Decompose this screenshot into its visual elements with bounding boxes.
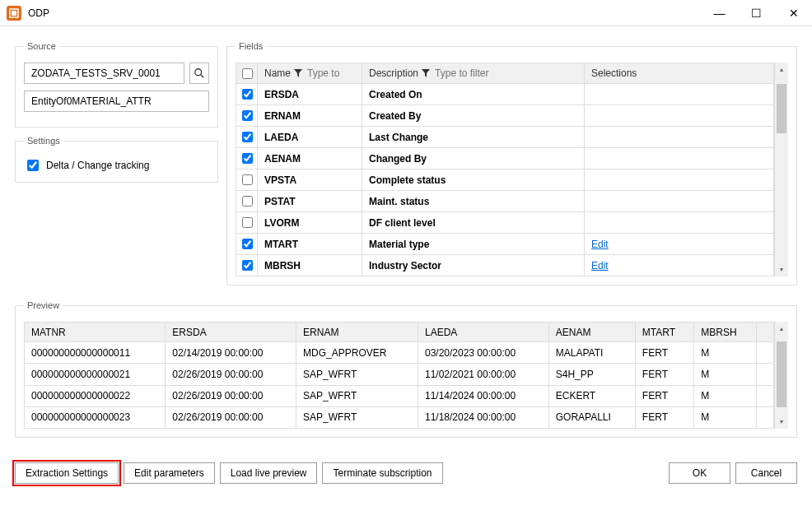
preview-cell: GORAPALLI	[548, 406, 635, 428]
preview-cell: 03/20/2023 00:00:00	[418, 342, 548, 364]
name-filter-input[interactable]	[306, 67, 355, 80]
preview-row[interactable]: 00000000000000002302/26/2019 00:00:00SAP…	[25, 406, 774, 428]
preview-cell-empty	[756, 364, 773, 385]
field-checkbox-cell[interactable]	[236, 105, 258, 127]
field-checkbox[interactable]	[242, 110, 253, 121]
preview-column-header[interactable]: MBRSH	[694, 323, 756, 342]
field-checkbox[interactable]	[242, 89, 253, 100]
preview-table: MATNRERSDAERNAMLAEDAAENAMMTARTMBRSH 0000…	[24, 322, 774, 429]
cancel-button[interactable]: Cancel	[735, 462, 797, 484]
app-icon	[7, 6, 21, 21]
fields-row[interactable]: AENAMChanged By	[236, 148, 774, 169]
terminate-subscription-button[interactable]: Terminate subscription	[322, 462, 442, 484]
field-name-cell: LAEDA	[258, 127, 362, 148]
fields-scrollbar[interactable]: ▴ ▾	[774, 63, 788, 276]
fields-row[interactable]: MTARTMaterial typeEdit	[236, 234, 774, 255]
field-checkbox[interactable]	[242, 153, 253, 164]
field-selections-cell	[585, 169, 774, 191]
edit-selections-link[interactable]: Edit	[591, 239, 609, 250]
preview-row[interactable]: 00000000000000001102/14/2019 00:00:00MDG…	[25, 342, 774, 364]
scroll-thumb[interactable]	[777, 84, 786, 133]
preview-column-header[interactable]: ERSDA	[166, 323, 296, 342]
extraction-settings-button[interactable]: Extraction Settings	[15, 462, 119, 484]
minimize-button[interactable]: —	[701, 0, 738, 26]
edit-selections-link[interactable]: Edit	[591, 260, 609, 272]
field-checkbox[interactable]	[242, 174, 253, 185]
field-checkbox-cell[interactable]	[236, 84, 258, 105]
titlebar: ODP — ☐ ✕	[0, 0, 812, 26]
field-selections-cell[interactable]: Edit	[585, 255, 774, 276]
field-checkbox-cell[interactable]	[236, 148, 258, 169]
fields-row[interactable]: LAEDALast Change	[236, 127, 774, 148]
delta-checkbox[interactable]	[27, 160, 39, 171]
preview-column-header-empty	[756, 323, 773, 342]
field-name-cell: ERSDA	[258, 84, 362, 105]
field-checkbox-cell[interactable]	[236, 234, 258, 255]
preview-cell: 000000000000000023	[25, 406, 166, 428]
preview-row[interactable]: 00000000000000002102/26/2019 00:00:00SAP…	[25, 364, 774, 385]
close-button[interactable]: ✕	[775, 0, 812, 26]
field-selections-cell[interactable]: Edit	[585, 234, 774, 255]
preview-cell: ECKERT	[548, 385, 635, 406]
field-name-cell: VPSTA	[258, 169, 362, 191]
load-live-preview-button[interactable]: Load live preview	[220, 462, 318, 484]
preview-cell: 11/14/2024 00:00:00	[418, 385, 548, 406]
preview-cell-empty	[756, 342, 773, 364]
edit-parameters-button[interactable]: Edit parameters	[124, 462, 215, 484]
maximize-button[interactable]: ☐	[738, 0, 775, 26]
description-filter-input[interactable]	[433, 67, 532, 80]
scroll-thumb[interactable]	[777, 341, 786, 407]
filter-icon	[422, 69, 430, 77]
field-checkbox[interactable]	[242, 260, 253, 271]
field-checkbox[interactable]	[242, 239, 253, 249]
entity-input[interactable]	[24, 91, 209, 112]
field-description-cell: Changed By	[362, 148, 585, 169]
field-description-cell: DF client level	[362, 212, 585, 234]
preview-cell: SAP_WFRT	[296, 406, 418, 428]
preview-scrollbar[interactable]: ▴ ▾	[774, 322, 788, 429]
service-input[interactable]	[24, 63, 184, 84]
fields-row[interactable]: ERNAMCreated By	[236, 105, 774, 127]
field-checkbox-cell[interactable]	[236, 169, 258, 191]
scroll-up-icon[interactable]: ▴	[775, 322, 788, 336]
preview-legend: Preview	[24, 300, 63, 310]
field-checkbox[interactable]	[242, 196, 253, 207]
preview-column-header[interactable]: AENAM	[548, 323, 635, 342]
scroll-down-icon[interactable]: ▾	[775, 415, 788, 429]
fields-header-description[interactable]: Description	[362, 63, 585, 84]
fields-row[interactable]: PSTATMaint. status	[236, 191, 774, 212]
preview-cell: 000000000000000021	[25, 364, 166, 385]
search-button[interactable]	[189, 63, 209, 84]
preview-cell: FERT	[635, 385, 693, 406]
fields-header-select-all[interactable]	[236, 63, 258, 84]
scroll-up-icon[interactable]: ▴	[775, 63, 788, 77]
preview-column-header[interactable]: MATNR	[25, 323, 166, 342]
field-description-cell: Complete status	[362, 169, 585, 191]
preview-column-header[interactable]: MTART	[635, 323, 693, 342]
field-name-cell: AENAM	[258, 148, 362, 169]
settings-group: Settings Delta / Change tracking	[15, 136, 218, 183]
preview-column-header[interactable]: LAEDA	[418, 323, 548, 342]
fields-row[interactable]: ERSDACreated On	[236, 84, 774, 105]
ok-button[interactable]: OK	[669, 462, 730, 484]
field-checkbox-cell[interactable]	[236, 191, 258, 212]
field-name-cell: MBRSH	[258, 255, 362, 276]
fields-header-name[interactable]: Name	[258, 63, 362, 84]
preview-row[interactable]: 00000000000000002202/26/2019 00:00:00SAP…	[25, 385, 774, 406]
field-checkbox-cell[interactable]	[236, 255, 258, 276]
fields-row[interactable]: LVORMDF client level	[236, 212, 774, 234]
field-name-cell: ERNAM	[258, 105, 362, 127]
filter-icon	[294, 69, 302, 77]
field-checkbox-cell[interactable]	[236, 127, 258, 148]
field-checkbox[interactable]	[242, 217, 253, 228]
preview-column-header[interactable]: ERNAM	[296, 323, 418, 342]
field-checkbox[interactable]	[242, 132, 253, 142]
field-checkbox-cell[interactable]	[236, 212, 258, 234]
fields-row[interactable]: MBRSHIndustry SectorEdit	[236, 255, 774, 276]
delta-checkbox-label: Delta / Change tracking	[46, 160, 149, 171]
svg-point-2	[195, 69, 202, 76]
fields-row[interactable]: VPSTAComplete status	[236, 169, 774, 191]
scroll-down-icon[interactable]: ▾	[775, 262, 788, 276]
select-all-checkbox[interactable]	[242, 68, 253, 79]
delta-checkbox-row[interactable]: Delta / Change tracking	[24, 157, 209, 174]
